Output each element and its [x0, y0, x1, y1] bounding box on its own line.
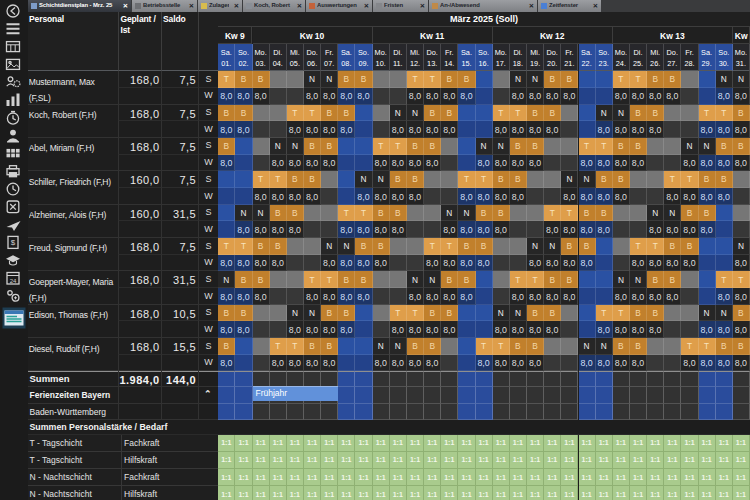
svg-text:24: 24 [10, 278, 17, 284]
svg-text:$: $ [11, 238, 16, 247]
